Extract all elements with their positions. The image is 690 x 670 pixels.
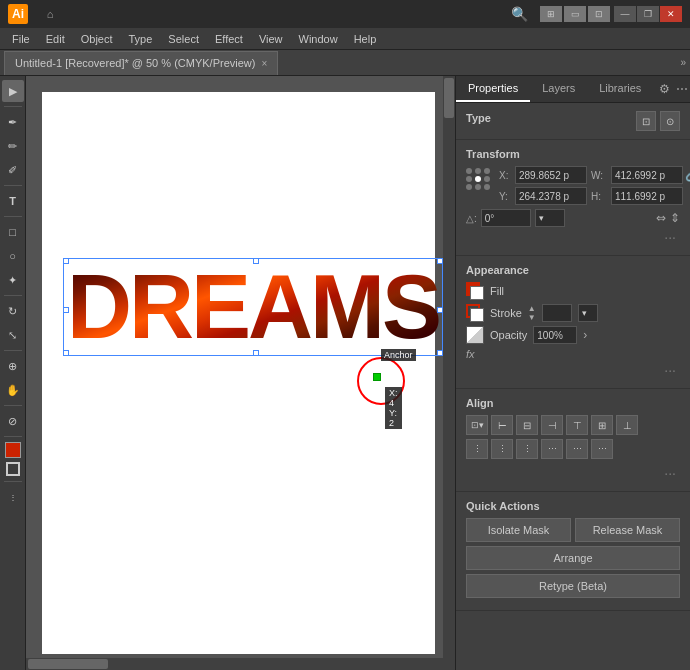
dist-top-btn[interactable]: ⋯ [541,439,563,459]
select-tool[interactable]: ▶ [2,80,24,102]
stroke-width[interactable] [542,304,572,322]
star-tool[interactable]: ✦ [2,269,24,291]
panel-more-icon[interactable]: ⋯ [676,82,688,96]
tab-properties[interactable]: Properties [456,76,530,102]
x-input[interactable]: 289.8652 p [515,166,587,184]
stroke-color[interactable] [6,462,20,476]
hand-tool[interactable]: ✋ [2,379,24,401]
align-bottom-btn[interactable]: ⊥ [616,415,638,435]
extra-tools[interactable]: ⋮ [2,486,24,508]
menu-help[interactable]: Help [346,31,385,47]
home-button[interactable]: ⌂ [36,0,64,28]
anchor-dot-bl[interactable] [466,184,472,190]
canvas-scrollbar-h[interactable] [26,658,443,670]
rotate-tool[interactable]: ↻ [2,300,24,322]
anchor-grid[interactable] [466,168,491,190]
menu-effect[interactable]: Effect [207,31,251,47]
eyedropper-tool[interactable]: ⊘ [2,410,24,432]
pencil-tool[interactable]: ✐ [2,159,24,181]
search-icon[interactable]: 🔍 [511,6,528,22]
menu-view[interactable]: View [251,31,291,47]
menu-object[interactable]: Object [73,31,121,47]
align-right-btn[interactable]: ⊣ [541,415,563,435]
tab-libraries[interactable]: Libraries [587,76,653,102]
h-input[interactable]: 111.6992 p [611,187,683,205]
opacity-arrow[interactable]: › [583,328,587,342]
dreams-artwork: DREAMS [67,262,439,352]
w-input[interactable]: 412.6992 p [611,166,683,184]
document-tab[interactable]: Untitled-1 [Recovered]* @ 50 % (CMYK/Pre… [4,51,278,75]
type-icon-1[interactable]: ⊡ [636,111,656,131]
window-icon-3[interactable]: ⊡ [588,6,610,22]
anchor-dot-mm[interactable] [475,176,481,182]
dist-bottom-btn[interactable]: ⋯ [591,439,613,459]
align-to-dropdown[interactable]: ⊡▾ [466,415,488,435]
align-top-btn[interactable]: ⊤ [566,415,588,435]
align-center-v-btn[interactable]: ⊞ [591,415,613,435]
y-input[interactable]: 264.2378 p [515,187,587,205]
anchor-dot-mr[interactable] [484,176,490,182]
pen-tool[interactable]: ✒ [2,111,24,133]
scrollbar-thumb-h[interactable] [28,659,108,669]
reflect-h-icon[interactable]: ⇔ [656,211,666,225]
panel-settings-icon[interactable]: ⚙ [659,82,670,96]
transform-more[interactable]: ··· [466,227,680,247]
close-button[interactable]: ✕ [660,6,682,22]
anchor-dot-tr[interactable] [484,168,490,174]
canvas-scrollbar-v[interactable] [443,76,455,670]
align-left-btn[interactable]: ⊢ [491,415,513,435]
retype-button[interactable]: Retype (Beta) [466,574,680,598]
minimize-button[interactable]: — [614,6,636,22]
stroke-dropdown[interactable]: ▾ [578,304,598,322]
menu-window[interactable]: Window [291,31,346,47]
canvas-area[interactable]: DREAMS [26,76,455,670]
tab-bar: Untitled-1 [Recovered]* @ 50 % (CMYK/Pre… [0,50,690,76]
tab-expand-button[interactable]: » [676,57,690,68]
toolbar-separator-4 [4,295,22,296]
menu-file[interactable]: File [4,31,38,47]
anchor-dot-tl[interactable] [466,168,472,174]
stroke-stepper[interactable]: ▲▼ [528,304,536,322]
tab-close-button[interactable]: × [261,58,267,69]
transform-section: Transform [456,140,690,256]
brush-tool[interactable]: ✏ [2,135,24,157]
type-tool[interactable]: T [2,190,24,212]
zoom-tool[interactable]: ⊕ [2,355,24,377]
window-icon-1[interactable]: ⊞ [540,6,562,22]
toolbar-separator-5 [4,350,22,351]
scrollbar-thumb-v[interactable] [444,78,454,118]
appearance-more[interactable]: ··· [466,360,680,380]
dist-left-btn[interactable]: ⋮ [466,439,488,459]
maximize-button[interactable]: ❐ [637,6,659,22]
isolate-mask-button[interactable]: Isolate Mask [466,518,571,542]
reflect-v-icon[interactable]: ⇕ [670,211,680,225]
anchor-dot-ml[interactable] [466,176,472,182]
menu-edit[interactable]: Edit [38,31,73,47]
window-icon-2[interactable]: ▭ [564,6,586,22]
fill-color[interactable] [5,442,21,458]
anchor-dot-bm[interactable] [475,184,481,190]
dist-right-btn[interactable]: ⋮ [516,439,538,459]
link-proportional-icon[interactable]: 🔗 [685,168,690,182]
ellipse-tool[interactable]: ○ [2,245,24,267]
anchor-dot-tm[interactable] [475,168,481,174]
dist-center-v-btn[interactable]: ⋯ [566,439,588,459]
arrange-button[interactable]: Arrange [466,546,680,570]
opacity-value[interactable]: 100% [533,326,577,344]
type-icon-2[interactable]: ⊙ [660,111,680,131]
scale-tool[interactable]: ⤡ [2,324,24,346]
tab-layers[interactable]: Layers [530,76,587,102]
angle-input[interactable]: 0° [481,209,531,227]
align-center-h-btn[interactable]: ⊟ [516,415,538,435]
anchor-dot-br[interactable] [484,184,490,190]
angle-dropdown[interactable]: ▾ [535,209,565,227]
menu-select[interactable]: Select [160,31,207,47]
release-mask-button[interactable]: Release Mask [575,518,680,542]
fx-label[interactable]: fx [466,348,680,360]
menu-type[interactable]: Type [121,31,161,47]
shape-tool[interactable]: □ [2,221,24,243]
title-bar: Ai ⌂ 🔍 ⊞ ▭ ⊡ — ❐ ✕ [0,0,690,28]
dist-center-h-btn[interactable]: ⋮ [491,439,513,459]
align-more[interactable]: ··· [466,463,680,483]
stroke-label: Stroke [490,307,522,319]
